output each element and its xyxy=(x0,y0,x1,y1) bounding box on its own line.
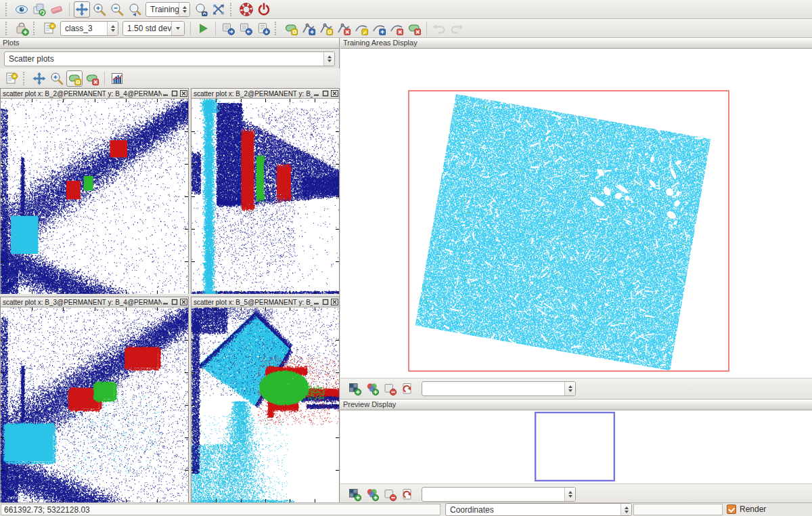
close-window-button[interactable] xyxy=(330,298,338,306)
add-rgb-icon[interactable] xyxy=(364,381,380,397)
redo-icon xyxy=(449,20,465,37)
spinner-buttons[interactable] xyxy=(323,52,334,66)
statusbar-mode-value: Coordinates xyxy=(446,505,621,515)
settings-icon[interactable] xyxy=(3,70,20,87)
class-select[interactable]: class_3 xyxy=(60,21,118,36)
redraw-icon[interactable] xyxy=(399,381,415,397)
spinner-buttons[interactable] xyxy=(107,22,118,35)
maximize-window-button[interactable] xyxy=(171,89,179,98)
save-signature-icon[interactable] xyxy=(255,20,271,37)
training-map-display[interactable] xyxy=(340,49,812,378)
map-mode-select-value: Training xyxy=(146,5,179,14)
maximize-window-button[interactable] xyxy=(321,89,330,98)
classification-toolbar: class_31.50 std dev xyxy=(0,19,812,38)
add-raster-icon[interactable] xyxy=(346,486,363,502)
digitize-area-icon[interactable] xyxy=(283,20,299,37)
toolbar-gripper[interactable] xyxy=(230,3,233,16)
add-rgb-icon[interactable] xyxy=(364,486,380,502)
remove-layer-icon[interactable] xyxy=(382,486,398,502)
statusbar-mode-select[interactable]: Coordinates xyxy=(445,503,632,516)
scatter-plot-window: scatter plot x: B_3@PERMANENT y: B_4@PER… xyxy=(0,297,189,502)
export-areas-icon[interactable] xyxy=(238,20,254,37)
redraw-icon[interactable] xyxy=(399,486,415,502)
map-mode-select[interactable]: Training xyxy=(145,2,190,17)
scatter-plot-title: scatter plot x: B_3@PERMANENT y: B_4@PER… xyxy=(1,299,162,306)
scatter-plot-canvas[interactable] xyxy=(1,307,188,502)
class-select-value: class_3 xyxy=(61,24,107,33)
scatter-plot-titlebar[interactable]: scatter plot x: B_3@PERMANENT y: B_4@PER… xyxy=(1,297,188,307)
plots-panel-title: Plots xyxy=(3,39,19,47)
import-areas-icon[interactable] xyxy=(220,20,236,37)
delete-area-icon[interactable] xyxy=(406,20,422,37)
add-raster-icon[interactable] xyxy=(346,381,363,397)
preview-map-display[interactable] xyxy=(340,410,812,483)
remove-layer-icon[interactable] xyxy=(382,381,398,397)
run-analysis-icon[interactable] xyxy=(195,20,211,37)
training-display-title: Training Areas Display xyxy=(343,39,418,47)
minimize-window-button[interactable] xyxy=(313,89,321,98)
close-window-button[interactable] xyxy=(179,89,187,98)
toolbar-gripper[interactable] xyxy=(33,22,37,35)
toolbar-gripper[interactable] xyxy=(5,22,9,35)
stddev-select[interactable]: 1.50 std dev xyxy=(122,21,185,36)
minimize-window-button[interactable] xyxy=(162,89,170,98)
minimize-window-button[interactable] xyxy=(313,298,321,306)
spinner-buttons[interactable] xyxy=(621,504,631,515)
edit-line-icon[interactable] xyxy=(353,20,369,37)
scatter-plot-canvas[interactable] xyxy=(1,99,188,294)
remove-vertex-icon[interactable] xyxy=(336,20,352,37)
toolbar-separator xyxy=(69,3,70,16)
delete-line-icon[interactable] xyxy=(388,20,405,37)
erase-icon[interactable] xyxy=(49,1,65,18)
toolbar-gripper[interactable] xyxy=(23,72,26,85)
zoom-back-icon[interactable] xyxy=(127,1,143,18)
polygon-add-icon[interactable] xyxy=(66,70,83,87)
polygon-delete-icon[interactable] xyxy=(84,70,100,87)
scatter-plot-canvas[interactable] xyxy=(191,99,339,294)
scatter-plot-titlebar[interactable]: scatter plot x: B_2@PERMANENT y: B_6@P..… xyxy=(191,89,339,99)
pan-icon[interactable] xyxy=(74,1,90,18)
toolbar-separator xyxy=(190,22,191,35)
render-map-icon[interactable] xyxy=(31,1,47,18)
histogram-icon[interactable] xyxy=(109,70,125,87)
toolbar-gripper[interactable] xyxy=(5,3,9,16)
eye-icon[interactable] xyxy=(14,1,30,18)
quit-icon[interactable] xyxy=(256,1,272,18)
spinner-buttons[interactable] xyxy=(179,3,189,16)
scatter-plot-titlebar[interactable]: scatter plot x: B_5@PERMANENT y: B_6@P..… xyxy=(191,297,339,307)
add-vertex-icon[interactable] xyxy=(300,20,317,37)
spinner-buttons[interactable] xyxy=(171,22,184,35)
zoom-in-icon[interactable] xyxy=(91,1,108,18)
render-checkbox[interactable] xyxy=(727,504,736,514)
iclass-window: Training class_31.50 std dev Plots Scatt… xyxy=(0,0,812,516)
maximize-window-button[interactable] xyxy=(321,298,330,306)
plot-type-select[interactable]: Scatter plots xyxy=(4,51,335,66)
move-vertex-icon[interactable] xyxy=(318,20,334,37)
minimize-window-button[interactable] xyxy=(162,298,170,306)
help-icon[interactable] xyxy=(238,1,254,18)
close-window-button[interactable] xyxy=(179,298,187,306)
zoom-in-icon[interactable] xyxy=(49,70,65,87)
close-window-button[interactable] xyxy=(330,89,338,98)
undo-icon xyxy=(431,20,447,37)
map-display-toolbar: Training xyxy=(0,0,812,19)
zoom-out-icon[interactable] xyxy=(109,1,125,18)
toolbar-gripper[interactable] xyxy=(275,22,278,35)
preview-layer-select[interactable] xyxy=(422,487,576,502)
adjust-region-icon[interactable] xyxy=(210,1,227,18)
maximize-window-button[interactable] xyxy=(171,298,179,306)
scatter-plot-titlebar[interactable]: scatter plot x: B_2@PERMANENT y: B_4@PER… xyxy=(1,89,188,99)
preview-display-caption: Preview Display xyxy=(340,400,812,410)
spinner-buttons[interactable] xyxy=(564,382,575,395)
class-manager-icon[interactable] xyxy=(41,20,58,37)
training-layer-select[interactable] xyxy=(422,381,576,396)
move-line-icon[interactable] xyxy=(371,20,387,37)
pan-icon[interactable] xyxy=(31,70,47,87)
plots-panel: Plots Scatter plots scatter plot x: B_2@… xyxy=(0,38,340,502)
plots-toolbar xyxy=(0,68,340,89)
zoom-to-map-icon[interactable] xyxy=(193,1,209,18)
scatter-plot-canvas[interactable] xyxy=(191,307,339,502)
coordinates-value: 661392.73; 5322128.03 xyxy=(4,505,90,515)
add-group-icon[interactable] xyxy=(14,20,30,37)
spinner-buttons[interactable] xyxy=(564,488,575,501)
